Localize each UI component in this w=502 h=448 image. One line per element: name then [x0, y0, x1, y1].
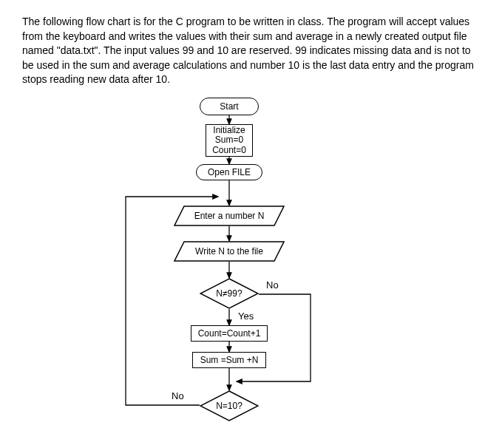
problem-description: The following flow chart is for the C pr… — [0, 0, 502, 95]
check-99-label: N≠99? — [216, 288, 242, 299]
start-label: Start — [220, 101, 238, 112]
write-n-label: Write N to the file — [195, 246, 263, 257]
node-check-10: N=10? — [200, 390, 259, 421]
check-10-no-label: No — [172, 390, 184, 401]
node-start: Start — [200, 98, 259, 115]
open-file-label: Open FILE — [208, 167, 251, 177]
enter-n-label: Enter a number N — [194, 211, 265, 221]
node-count-inc: Count=Count+1 — [191, 325, 268, 342]
flowchart: Start Initialize Sum=0 Count=0 Open FILE… — [0, 95, 502, 442]
init-sum: Sum=0 — [215, 135, 243, 145]
count-inc-label: Count=Count+1 — [198, 328, 261, 339]
check-99-yes-label: Yes — [238, 310, 254, 322]
init-count: Count=0 — [212, 146, 246, 155]
node-write-n: Write N to the file — [174, 241, 285, 262]
node-initialize: Initialize Sum=0 Count=0 — [206, 124, 253, 157]
check-99-no-label: No — [266, 279, 279, 291]
node-open-file: Open FILE — [196, 164, 262, 180]
node-enter-n: Enter a number N — [174, 206, 285, 226]
node-check-99: N≠99? — [200, 278, 259, 309]
check-10-label: N=10? — [216, 401, 242, 411]
node-sum-inc: Sum =Sum +N — [192, 352, 266, 368]
sum-inc-label: Sum =Sum +N — [200, 355, 259, 365]
